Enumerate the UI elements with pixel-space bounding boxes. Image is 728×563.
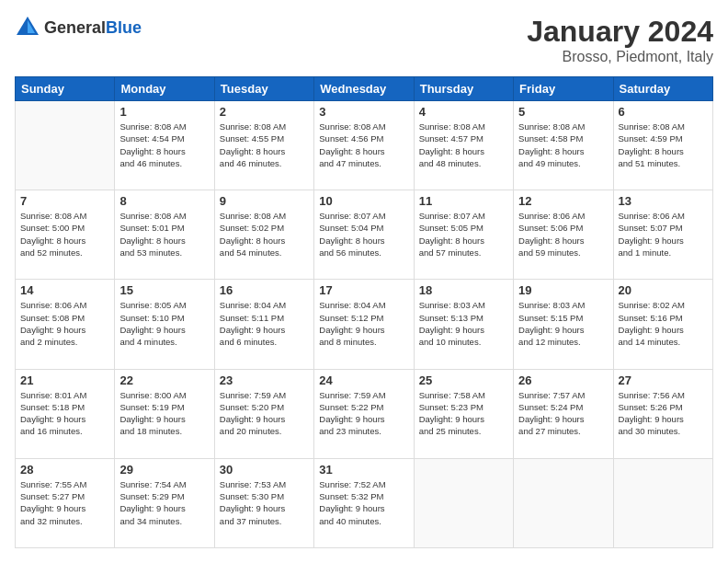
day-number: 29 — [119, 463, 209, 477]
day-info: Sunrise: 8:04 AM Sunset: 5:12 PM Dayligh… — [319, 299, 408, 348]
day-number: 21 — [20, 373, 109, 387]
day-info: Sunrise: 8:03 AM Sunset: 5:15 PM Dayligh… — [518, 299, 608, 348]
calendar-cell: 4Sunrise: 8:08 AM Sunset: 4:57 PM Daylig… — [414, 101, 513, 190]
day-number: 28 — [20, 463, 109, 477]
day-number: 3 — [319, 105, 408, 119]
calendar-day-header: Monday — [115, 77, 214, 101]
calendar-cell: 26Sunrise: 7:57 AM Sunset: 5:24 PM Dayli… — [514, 369, 613, 458]
calendar-cell: 23Sunrise: 7:59 AM Sunset: 5:20 PM Dayli… — [214, 369, 313, 458]
day-number: 19 — [518, 283, 608, 297]
calendar-header-row: SundayMondayTuesdayWednesdayThursdayFrid… — [16, 77, 713, 101]
calendar-cell: 11Sunrise: 8:07 AM Sunset: 5:05 PM Dayli… — [414, 190, 513, 280]
calendar-cell: 12Sunrise: 8:06 AM Sunset: 5:06 PM Dayli… — [514, 190, 613, 280]
day-info: Sunrise: 8:08 AM Sunset: 5:02 PM Dayligh… — [220, 210, 309, 259]
day-number: 18 — [419, 283, 508, 297]
day-info: Sunrise: 8:04 AM Sunset: 5:11 PM Dayligh… — [220, 299, 309, 348]
logo: GeneralBlue — [15, 15, 142, 40]
calendar-cell: 9Sunrise: 8:08 AM Sunset: 5:02 PM Daylig… — [214, 190, 313, 280]
day-info: Sunrise: 7:52 AM Sunset: 5:32 PM Dayligh… — [319, 478, 408, 527]
day-number: 4 — [419, 105, 508, 119]
logo-icon — [15, 15, 40, 40]
calendar-cell — [16, 101, 115, 190]
calendar-week-row: 1Sunrise: 8:08 AM Sunset: 4:54 PM Daylig… — [16, 101, 713, 190]
day-info: Sunrise: 7:56 AM Sunset: 5:26 PM Dayligh… — [619, 389, 708, 438]
calendar-cell: 20Sunrise: 8:02 AM Sunset: 5:16 PM Dayli… — [613, 280, 712, 369]
day-info: Sunrise: 8:08 AM Sunset: 4:57 PM Dayligh… — [419, 121, 508, 169]
calendar-week-row: 28Sunrise: 7:55 AM Sunset: 5:27 PM Dayli… — [16, 458, 713, 547]
day-info: Sunrise: 8:06 AM Sunset: 5:08 PM Dayligh… — [20, 299, 109, 348]
calendar-cell — [613, 458, 712, 547]
calendar-day-header: Saturday — [613, 77, 712, 101]
calendar-cell: 7Sunrise: 8:08 AM Sunset: 5:00 PM Daylig… — [16, 190, 115, 280]
day-info: Sunrise: 8:00 AM Sunset: 5:19 PM Dayligh… — [119, 389, 209, 438]
day-number: 22 — [119, 373, 209, 387]
calendar-cell: 2Sunrise: 8:08 AM Sunset: 4:55 PM Daylig… — [214, 101, 313, 190]
logo-blue: Blue — [106, 18, 142, 37]
calendar-cell: 16Sunrise: 8:04 AM Sunset: 5:11 PM Dayli… — [214, 280, 313, 369]
day-info: Sunrise: 8:07 AM Sunset: 5:04 PM Dayligh… — [319, 210, 408, 259]
day-info: Sunrise: 8:08 AM Sunset: 4:59 PM Dayligh… — [619, 121, 708, 169]
day-info: Sunrise: 8:02 AM Sunset: 5:16 PM Dayligh… — [619, 299, 708, 348]
day-number: 2 — [220, 105, 309, 119]
day-number: 24 — [319, 373, 408, 387]
day-number: 16 — [220, 283, 309, 297]
calendar-cell: 18Sunrise: 8:03 AM Sunset: 5:13 PM Dayli… — [414, 280, 513, 369]
day-number: 12 — [518, 194, 608, 208]
day-info: Sunrise: 7:54 AM Sunset: 5:29 PM Dayligh… — [119, 478, 209, 527]
calendar-cell: 25Sunrise: 7:58 AM Sunset: 5:23 PM Dayli… — [414, 369, 513, 458]
calendar-cell: 13Sunrise: 8:06 AM Sunset: 5:07 PM Dayli… — [613, 190, 712, 280]
logo-general: General — [44, 18, 106, 37]
calendar-cell: 5Sunrise: 8:08 AM Sunset: 4:58 PM Daylig… — [514, 101, 613, 190]
calendar-cell: 27Sunrise: 7:56 AM Sunset: 5:26 PM Dayli… — [613, 369, 712, 458]
calendar-cell: 8Sunrise: 8:08 AM Sunset: 5:01 PM Daylig… — [115, 190, 214, 280]
day-info: Sunrise: 8:08 AM Sunset: 5:00 PM Dayligh… — [20, 210, 109, 259]
header: GeneralBlue January 2024 Brosso, Piedmon… — [15, 15, 713, 65]
day-number: 8 — [119, 194, 209, 208]
day-info: Sunrise: 7:58 AM Sunset: 5:23 PM Dayligh… — [419, 389, 508, 438]
calendar-week-row: 7Sunrise: 8:08 AM Sunset: 5:00 PM Daylig… — [16, 190, 713, 280]
day-number: 26 — [518, 373, 608, 387]
page: GeneralBlue January 2024 Brosso, Piedmon… — [0, 0, 728, 563]
day-number: 23 — [220, 373, 309, 387]
day-number: 27 — [619, 373, 708, 387]
day-number: 17 — [319, 283, 408, 297]
day-info: Sunrise: 8:07 AM Sunset: 5:05 PM Dayligh… — [419, 210, 508, 259]
calendar-cell — [414, 458, 513, 547]
day-number: 15 — [119, 283, 209, 297]
day-number: 13 — [619, 194, 708, 208]
calendar-cell: 21Sunrise: 8:01 AM Sunset: 5:18 PM Dayli… — [16, 369, 115, 458]
calendar-day-header: Wednesday — [314, 77, 414, 101]
subtitle: Brosso, Piedmont, Italy — [527, 49, 713, 65]
calendar-day-header: Sunday — [16, 77, 115, 101]
calendar-cell: 15Sunrise: 8:05 AM Sunset: 5:10 PM Dayli… — [115, 280, 214, 369]
calendar-table: SundayMondayTuesdayWednesdayThursdayFrid… — [15, 76, 713, 548]
day-info: Sunrise: 8:06 AM Sunset: 5:06 PM Dayligh… — [518, 210, 608, 259]
calendar-cell: 29Sunrise: 7:54 AM Sunset: 5:29 PM Dayli… — [115, 458, 214, 547]
calendar-cell: 6Sunrise: 8:08 AM Sunset: 4:59 PM Daylig… — [613, 101, 712, 190]
calendar-week-row: 14Sunrise: 8:06 AM Sunset: 5:08 PM Dayli… — [16, 280, 713, 369]
calendar-cell — [514, 458, 613, 547]
day-info: Sunrise: 8:08 AM Sunset: 5:01 PM Dayligh… — [119, 210, 209, 259]
day-info: Sunrise: 8:08 AM Sunset: 4:56 PM Dayligh… — [319, 121, 408, 169]
day-info: Sunrise: 8:08 AM Sunset: 4:58 PM Dayligh… — [518, 121, 608, 169]
day-number: 7 — [20, 194, 109, 208]
day-number: 31 — [319, 463, 408, 477]
day-info: Sunrise: 8:06 AM Sunset: 5:07 PM Dayligh… — [619, 210, 708, 259]
calendar-cell: 30Sunrise: 7:53 AM Sunset: 5:30 PM Dayli… — [214, 458, 313, 547]
day-number: 9 — [220, 194, 309, 208]
day-number: 1 — [119, 105, 209, 119]
title-section: January 2024 Brosso, Piedmont, Italy — [527, 15, 713, 65]
day-number: 11 — [419, 194, 508, 208]
calendar-day-header: Tuesday — [214, 77, 313, 101]
day-info: Sunrise: 7:59 AM Sunset: 5:22 PM Dayligh… — [319, 389, 408, 438]
day-number: 5 — [518, 105, 608, 119]
day-number: 6 — [619, 105, 708, 119]
day-info: Sunrise: 8:05 AM Sunset: 5:10 PM Dayligh… — [119, 299, 209, 348]
day-info: Sunrise: 8:03 AM Sunset: 5:13 PM Dayligh… — [419, 299, 508, 348]
calendar-cell: 17Sunrise: 8:04 AM Sunset: 5:12 PM Dayli… — [314, 280, 414, 369]
day-number: 30 — [220, 463, 309, 477]
calendar-cell: 10Sunrise: 8:07 AM Sunset: 5:04 PM Dayli… — [314, 190, 414, 280]
calendar-cell: 14Sunrise: 8:06 AM Sunset: 5:08 PM Dayli… — [16, 280, 115, 369]
calendar-day-header: Friday — [514, 77, 613, 101]
calendar-cell: 28Sunrise: 7:55 AM Sunset: 5:27 PM Dayli… — [16, 458, 115, 547]
